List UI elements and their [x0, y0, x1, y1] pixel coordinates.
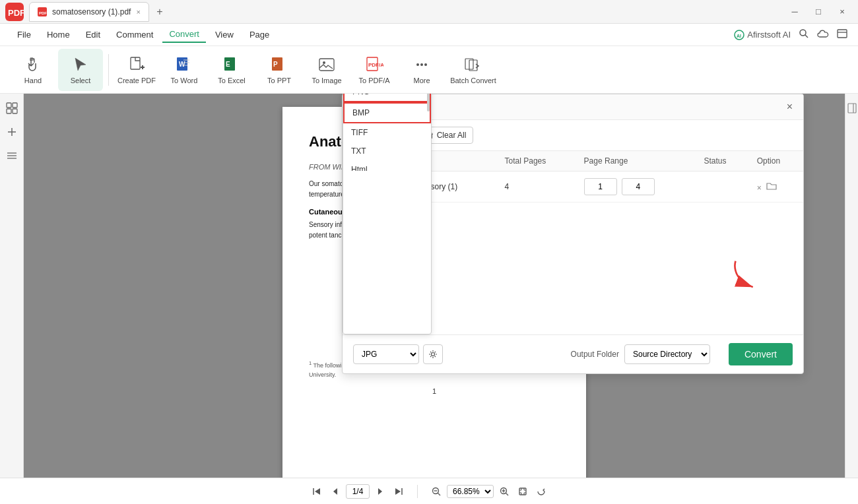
first-page-button[interactable] — [309, 484, 325, 499]
image-icon — [317, 55, 336, 74]
menu-comment[interactable]: Comment — [110, 27, 160, 42]
new-tab-button[interactable]: + — [152, 4, 168, 20]
fit-page-button[interactable] — [515, 484, 531, 499]
row-total-pages: 4 — [497, 172, 576, 203]
zoom-in-button[interactable] — [496, 484, 512, 499]
search-button[interactable] — [799, 28, 809, 41]
ai-button[interactable]: AI Afirstsoft AI — [734, 30, 791, 40]
svg-point-23 — [416, 63, 419, 66]
panel-icon — [847, 103, 857, 113]
to-image-label: To Image — [312, 77, 341, 84]
restore-button[interactable]: □ — [808, 4, 829, 20]
rotate-button[interactable] — [533, 484, 549, 499]
convert-button[interactable]: Convert — [729, 343, 793, 365]
ppt-icon: P — [270, 55, 288, 74]
toolbar-batch-convert[interactable]: Batch Convert — [447, 49, 500, 91]
rotate-icon — [537, 487, 546, 496]
toolbar-to-excel[interactable]: E To Excel — [209, 49, 254, 91]
row-option: × — [749, 172, 803, 203]
page-range-to[interactable] — [622, 178, 655, 195]
format-item-tiff[interactable]: TIFF — [343, 123, 431, 142]
folder-icon — [766, 181, 777, 191]
toolbar: Hand Select Create PDF W To Word E To — [0, 46, 858, 94]
list-icon — [6, 150, 18, 162]
expand-button[interactable] — [837, 29, 847, 40]
minimize-button[interactable]: ─ — [784, 4, 805, 20]
menu-file[interactable]: File — [11, 27, 38, 42]
format-item-txt[interactable]: TXT — [343, 142, 431, 160]
page-input[interactable] — [346, 484, 370, 499]
svg-rect-44 — [848, 104, 856, 113]
cloud-button[interactable] — [817, 29, 829, 40]
sidebar-add-icon[interactable] — [3, 123, 21, 141]
format-item-html[interactable]: Html — [343, 160, 431, 171]
sidebar-thumbnail-icon[interactable] — [3, 99, 21, 117]
hand-label: Hand — [24, 77, 42, 84]
toolbar-to-pdfa[interactable]: PDF/A To PDF/A — [352, 49, 397, 91]
close-window-button[interactable]: × — [832, 4, 853, 20]
svg-point-20 — [323, 61, 325, 64]
menu-convert[interactable]: Convert — [162, 26, 206, 43]
toolbar-to-word[interactable]: W To Word — [162, 49, 207, 91]
svg-text:E: E — [226, 61, 230, 68]
format-dropdown-popup: PowerPoint(*.ppt) JPG JPEG PNG BMP TIFF … — [343, 94, 432, 334]
bottombar: 66.85% 50% 75% 100% 125% 150% — [0, 478, 858, 504]
toolbar-to-image[interactable]: To Image — [304, 49, 349, 91]
dialog-close-button[interactable]: × — [787, 101, 793, 113]
gear-icon — [428, 350, 438, 359]
toolbar-to-ppt[interactable]: P To PPT — [257, 49, 302, 91]
col-option: Option — [749, 151, 803, 172]
tab-close-icon[interactable]: × — [136, 8, 140, 16]
red-arrow — [724, 255, 770, 301]
tab-bar: PDF somatosensory (1).pdf × + — [29, 2, 784, 22]
row-folder-button[interactable] — [766, 183, 777, 193]
svg-point-6 — [800, 30, 806, 36]
main-area: Anatomy o FROM WIKIBOOKS1 Our somatosens… — [0, 94, 858, 478]
toolbar-create-pdf[interactable]: Create PDF — [114, 49, 159, 91]
col-total-pages: Total Pages — [497, 151, 576, 172]
app-logo: PDF — [5, 3, 24, 21]
menu-view[interactable]: View — [209, 27, 240, 42]
toolbar-hand[interactable]: Hand — [11, 49, 55, 91]
sidebar-list-icon[interactable] — [3, 146, 21, 165]
row-page-range — [576, 172, 696, 203]
format-item-bmp[interactable]: BMP — [343, 102, 431, 123]
prev-page-button[interactable] — [327, 484, 343, 499]
output-folder-area: Output Folder Source Directory — [571, 344, 710, 364]
page-range-from[interactable] — [584, 178, 617, 195]
svg-point-24 — [420, 63, 423, 66]
menu-edit[interactable]: Edit — [79, 27, 107, 42]
svg-text:AI: AI — [737, 34, 741, 38]
format-select[interactable]: JPG JPEG PNG BMP TIFF TXT Html RTF Epub — [353, 344, 419, 364]
svg-text:PDF/A: PDF/A — [368, 62, 383, 68]
output-folder-label: Output Folder — [571, 350, 619, 359]
format-item-png[interactable]: PNG — [343, 94, 431, 102]
menu-page[interactable]: Page — [243, 27, 276, 42]
zoom-out-button[interactable] — [428, 484, 444, 499]
cursor-icon — [71, 55, 90, 74]
window-controls: ─ □ × — [784, 4, 853, 20]
active-tab[interactable]: PDF somatosensory (1).pdf × — [29, 2, 149, 22]
zoom-select[interactable]: 66.85% 50% 75% 100% 125% 150% — [447, 485, 494, 498]
row-delete-button[interactable]: × — [757, 183, 762, 193]
pdf-area[interactable]: Anatomy o FROM WIKIBOOKS1 Our somatosens… — [24, 94, 845, 478]
right-sidebar-panel-icon[interactable] — [843, 99, 859, 117]
format-settings-button[interactable] — [423, 344, 443, 364]
menubar-right: AI Afirstsoft AI — [734, 28, 847, 41]
format-scrollbar[interactable] — [427, 94, 430, 111]
last-page-button[interactable] — [391, 484, 407, 499]
svg-text:P: P — [273, 61, 278, 68]
dialog-body-space: PowerPoint(*.ppt) JPG JPEG PNG BMP TIFF … — [343, 203, 803, 334]
menu-home[interactable]: Home — [40, 27, 77, 42]
col-status: Status — [696, 151, 748, 172]
source-dir-select[interactable]: Source Directory — [624, 344, 710, 364]
clear-all-label: Clear All — [437, 131, 467, 140]
to-ppt-label: To PPT — [267, 77, 291, 84]
svg-line-49 — [438, 493, 441, 495]
fit-page-icon — [518, 487, 527, 496]
toolbar-select[interactable]: Select — [58, 49, 103, 91]
next-page-button[interactable] — [372, 484, 388, 499]
ai-label: Afirstsoft AI — [747, 30, 791, 40]
toolbar-more[interactable]: More — [399, 49, 444, 91]
svg-point-43 — [432, 353, 435, 356]
